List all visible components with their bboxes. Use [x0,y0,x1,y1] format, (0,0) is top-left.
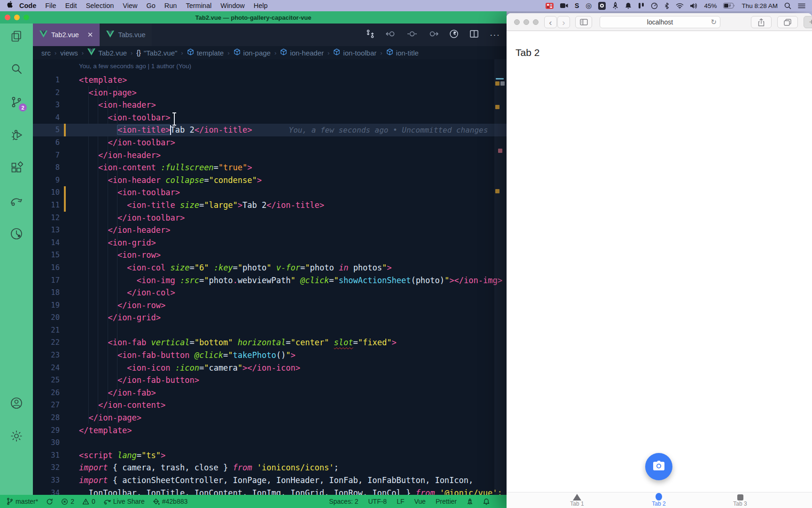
code-line-1[interactable]: 1<template> [33,74,507,87]
more-actions-icon[interactable]: ··· [490,30,500,40]
code-line-29[interactable]: 29</template> [33,424,507,437]
code-line-14[interactable]: 14 <ion-grid> [33,237,507,249]
volume-icon[interactable] [690,2,697,10]
run-debug-icon[interactable] [9,128,23,142]
menu-bar-clock[interactable]: Thu 8:28 AM [742,2,778,9]
status-item-prettier[interactable]: Prettier [436,498,457,505]
code-line-17[interactable]: 17 <ion-img :src="photo.webviewPath" @cl… [33,274,507,287]
code-line-15[interactable]: 15 <ion-row> [33,249,507,262]
code-line-7[interactable]: 7 </ion-header> [33,149,507,162]
sidebar-toggle-icon[interactable] [575,16,592,28]
code-line-18[interactable]: 18 </ion-col> [33,286,507,299]
code-line-21[interactable]: 21 [33,324,507,337]
keynote-icon[interactable] [546,2,554,10]
menu-item-window[interactable]: Window [220,2,245,9]
tab-overview-icon[interactable] [777,16,798,28]
status-item-sync[interactable] [46,498,53,505]
app-tab-tab-1[interactable]: Tab 1 [556,492,598,507]
settings-gear-icon[interactable] [9,429,23,443]
safari-window-controls[interactable] [514,19,539,25]
code-line-9[interactable]: 9 <ion-header collapse="condense"> [33,174,507,187]
status-item-utf-8[interactable]: UTF-8 [368,498,387,505]
menu-item-view[interactable]: View [123,2,137,9]
menu-item-code[interactable]: Code [19,2,36,9]
status-item-live-share[interactable]: Live Share [103,498,145,505]
editor-tab-tabs.vue[interactable]: Tabs.vue [100,24,152,46]
breadcrumb-item[interactable]: ion-header [280,48,324,57]
breadcrumb-item[interactable]: Tab2.vue [87,48,127,57]
breadcrumb-item[interactable]: views [60,49,78,57]
accounts-icon[interactable] [9,396,23,410]
status-item-rocket[interactable] [467,498,473,505]
rocket-icon[interactable] [612,2,618,10]
code-line-22[interactable]: 22 <ion-fab vertical="bottom" horizontal… [33,336,507,349]
clock-icon[interactable] [651,2,658,10]
app-tab-tab-3[interactable]: Tab 3 [719,492,761,507]
code-line-20[interactable]: 20 </ion-grid> [33,311,507,324]
code-line-8[interactable]: 8 <ion-content :fullscreen="true"> [33,161,507,174]
code-line-28[interactable]: 28 </ion-page> [33,412,507,424]
menu-item-help[interactable]: Help [254,2,268,9]
code-line-13[interactable]: 13 </ion-header> [33,224,507,237]
code-line-4[interactable]: 4 <ion-toolbar> [33,111,507,124]
share-icon[interactable] [751,16,772,28]
address-bar[interactable]: localhost ↻ [600,16,720,28]
breadcrumb-item[interactable]: ion-title [386,48,419,57]
code-line-23[interactable]: 23 <ion-fab-button @click="takePhoto()"> [33,349,507,362]
take-photo-fab-button[interactable] [645,453,672,480]
file-history-icon[interactable] [449,29,459,40]
code-line-16[interactable]: 16 <ion-col size="6" :key="photo" v-for=… [33,262,507,274]
editor-tab-tab2.vue[interactable]: Tab2.vue✕ [33,24,100,46]
code-line-11[interactable]: 11 <ion-title size="large">Tab 2</ion-ti… [33,199,507,212]
shush-icon[interactable]: S [575,2,579,10]
close-tab-icon[interactable]: ✕ [87,31,94,39]
minimize-window-button[interactable] [14,15,20,20]
menu-items[interactable]: CodeFileEditSelectionViewGoRunTerminalWi… [19,2,268,9]
previous-change-icon[interactable] [386,29,396,40]
status-item-warning[interactable]: 0 [82,498,95,505]
split-editor-icon[interactable] [469,29,479,40]
screen-record-icon[interactable] [598,2,606,10]
code-line-32[interactable]: 32import { camera, trash, close } from '… [33,461,507,474]
explorer-icon[interactable] [9,29,23,43]
window-controls[interactable] [5,11,29,24]
code-line-3[interactable]: 3 <ion-header> [33,99,507,111]
close-window-button[interactable] [514,19,520,25]
target-icon[interactable]: ◎ [586,2,592,10]
code-line-19[interactable]: 19 </ion-row> [33,299,507,312]
status-item-lf[interactable]: LF [397,498,404,505]
live-share-icon[interactable] [9,194,23,208]
status-item-paint-bucket[interactable]: #42b883 [153,498,188,505]
code-line-30[interactable]: 30 [33,437,507,449]
code-line-25[interactable]: 25 </ion-fab-button> [33,374,507,387]
zoom-window-button[interactable] [23,15,29,20]
status-item-spaces-2[interactable]: Spaces: 2 [329,498,358,505]
wifi-icon[interactable] [676,2,684,10]
code-line-27[interactable]: 27 </ion-content> [33,399,507,412]
extensions-icon[interactable] [9,161,23,175]
new-tab-button[interactable]: + [804,16,812,28]
menu-item-selection[interactable]: Selection [86,2,114,9]
code-line-6[interactable]: 6 </ion-toolbar> [33,136,507,149]
code-editor[interactable]: You, a few seconds ago | 1 author (You) … [33,59,507,495]
gitlens-icon[interactable] [9,227,23,241]
bluetooth-icon[interactable] [664,2,669,10]
code-line-12[interactable]: 12 </ion-toolbar> [33,212,507,224]
apple-menu[interactable] [7,1,14,10]
code-line-33[interactable]: 33import { actionSheetController, IonPag… [33,474,507,487]
code-line-31[interactable]: 31<script lang="ts"> [33,449,507,462]
close-window-button[interactable] [5,15,10,20]
back-button[interactable]: ‹ [544,16,557,28]
compare-changes-icon[interactable] [366,29,375,40]
columns-icon[interactable] [638,2,644,10]
breadcrumb-item[interactable]: {}"Tab2.vue" [136,49,177,57]
status-item-git-branch[interactable]: master* [7,498,38,505]
spotlight-search-icon[interactable] [784,2,791,10]
menu-item-file[interactable]: File [45,2,56,9]
zoom-window-button[interactable] [533,19,539,25]
menu-item-go[interactable]: Go [146,2,155,9]
control-center-icon[interactable] [798,2,805,10]
code-line-34[interactable]: 34 IonToolbar, IonTitle, IonContent, Ion… [33,487,507,495]
reload-icon[interactable]: ↻ [710,18,717,26]
breadcrumb-item[interactable]: ion-page [234,48,271,57]
